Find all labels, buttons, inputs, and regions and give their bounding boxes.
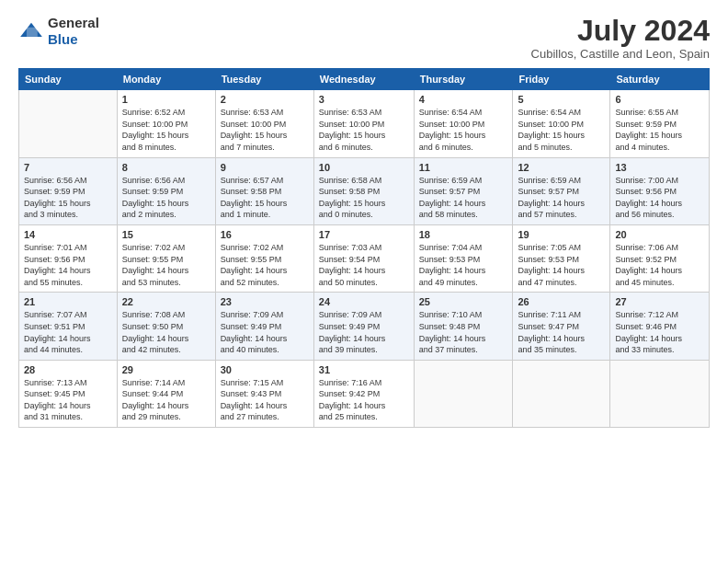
table-row: 28Sunrise: 7:13 AM Sunset: 9:45 PM Dayli…	[19, 360, 118, 427]
day-number: 15	[122, 229, 210, 240]
table-row: 22Sunrise: 7:08 AM Sunset: 9:50 PM Dayli…	[117, 293, 215, 360]
day-info: Sunrise: 7:08 AM Sunset: 9:50 PM Dayligh…	[122, 309, 210, 355]
day-number: 9	[221, 162, 309, 173]
table-row: 24Sunrise: 7:09 AM Sunset: 9:49 PM Dayli…	[313, 293, 414, 360]
day-info: Sunrise: 7:15 AM Sunset: 9:43 PM Dayligh…	[221, 377, 309, 423]
day-number: 3	[319, 94, 409, 105]
day-info: Sunrise: 7:02 AM Sunset: 9:55 PM Dayligh…	[122, 242, 210, 288]
day-number: 21	[24, 296, 112, 307]
table-row: 1Sunrise: 6:52 AM Sunset: 10:00 PM Dayli…	[117, 90, 215, 157]
table-row: 17Sunrise: 7:03 AM Sunset: 9:54 PM Dayli…	[313, 224, 414, 292]
table-row: 23Sunrise: 7:09 AM Sunset: 9:49 PM Dayli…	[215, 293, 313, 360]
day-info: Sunrise: 7:13 AM Sunset: 9:45 PM Dayligh…	[24, 377, 112, 423]
table-row: 12Sunrise: 6:59 AM Sunset: 9:57 PM Dayli…	[513, 157, 610, 224]
col-saturday: Saturday	[610, 69, 710, 90]
table-row: 25Sunrise: 7:10 AM Sunset: 9:48 PM Dayli…	[414, 293, 513, 360]
day-info: Sunrise: 6:56 AM Sunset: 9:59 PM Dayligh…	[24, 175, 112, 221]
day-info: Sunrise: 7:04 AM Sunset: 9:53 PM Dayligh…	[419, 242, 508, 288]
day-number: 8	[122, 162, 210, 173]
day-info: Sunrise: 7:14 AM Sunset: 9:44 PM Dayligh…	[122, 377, 210, 423]
table-row: 26Sunrise: 7:11 AM Sunset: 9:47 PM Dayli…	[513, 293, 610, 360]
day-number: 13	[615, 162, 704, 173]
day-number: 29	[122, 364, 210, 375]
day-number: 30	[221, 364, 309, 375]
day-info: Sunrise: 6:53 AM Sunset: 10:00 PM Daylig…	[319, 107, 409, 153]
calendar-week-row: 1Sunrise: 6:52 AM Sunset: 10:00 PM Dayli…	[19, 90, 710, 157]
day-number: 14	[24, 229, 112, 240]
day-info: Sunrise: 6:59 AM Sunset: 9:57 PM Dayligh…	[419, 175, 508, 221]
logo-blue: Blue	[48, 31, 78, 47]
month-title: July 2024	[531, 15, 710, 47]
table-row: 13Sunrise: 7:00 AM Sunset: 9:56 PM Dayli…	[610, 157, 710, 224]
day-number: 28	[24, 364, 112, 375]
day-info: Sunrise: 6:52 AM Sunset: 10:00 PM Daylig…	[122, 107, 210, 153]
day-info: Sunrise: 7:09 AM Sunset: 9:49 PM Dayligh…	[319, 309, 409, 355]
table-row: 9Sunrise: 6:57 AM Sunset: 9:58 PM Daylig…	[215, 157, 313, 224]
day-info: Sunrise: 7:09 AM Sunset: 9:49 PM Dayligh…	[221, 309, 309, 355]
day-number: 1	[122, 94, 210, 105]
day-number: 19	[518, 229, 605, 240]
day-info: Sunrise: 7:06 AM Sunset: 9:52 PM Dayligh…	[615, 242, 704, 288]
calendar-week-row: 28Sunrise: 7:13 AM Sunset: 9:45 PM Dayli…	[19, 360, 710, 427]
table-row	[513, 360, 610, 427]
day-number: 6	[615, 94, 704, 105]
title-block: July 2024 Cubillos, Castille and Leon, S…	[531, 15, 710, 61]
day-number: 20	[615, 229, 704, 240]
day-info: Sunrise: 7:11 AM Sunset: 9:47 PM Dayligh…	[518, 309, 605, 355]
day-info: Sunrise: 7:01 AM Sunset: 9:56 PM Dayligh…	[24, 242, 112, 288]
table-row: 30Sunrise: 7:15 AM Sunset: 9:43 PM Dayli…	[215, 360, 313, 427]
col-sunday: Sunday	[19, 69, 118, 90]
day-number: 12	[518, 162, 605, 173]
day-info: Sunrise: 7:02 AM Sunset: 9:55 PM Dayligh…	[221, 242, 309, 288]
day-number: 10	[319, 162, 409, 173]
table-row: 8Sunrise: 6:56 AM Sunset: 9:59 PM Daylig…	[117, 157, 215, 224]
calendar-header-row: Sunday Monday Tuesday Wednesday Thursday…	[19, 69, 710, 90]
logo-general: General	[48, 15, 99, 30]
table-row: 20Sunrise: 7:06 AM Sunset: 9:52 PM Dayli…	[610, 224, 710, 292]
table-row	[414, 360, 513, 427]
day-number: 16	[221, 229, 309, 240]
day-number: 25	[419, 296, 508, 307]
day-info: Sunrise: 6:58 AM Sunset: 9:58 PM Dayligh…	[319, 175, 409, 221]
table-row: 3Sunrise: 6:53 AM Sunset: 10:00 PM Dayli…	[313, 90, 414, 157]
table-row: 16Sunrise: 7:02 AM Sunset: 9:55 PM Dayli…	[215, 224, 313, 292]
day-number: 4	[419, 94, 508, 105]
calendar-week-row: 21Sunrise: 7:07 AM Sunset: 9:51 PM Dayli…	[19, 293, 710, 360]
day-number: 24	[319, 296, 409, 307]
logo-icon	[18, 21, 44, 41]
day-info: Sunrise: 6:53 AM Sunset: 10:00 PM Daylig…	[221, 107, 309, 153]
day-info: Sunrise: 6:56 AM Sunset: 9:59 PM Dayligh…	[122, 175, 210, 221]
day-info: Sunrise: 7:12 AM Sunset: 9:46 PM Dayligh…	[615, 309, 704, 355]
location: Cubillos, Castille and Leon, Spain	[531, 47, 710, 61]
col-wednesday: Wednesday	[313, 69, 414, 90]
table-row: 29Sunrise: 7:14 AM Sunset: 9:44 PM Dayli…	[117, 360, 215, 427]
col-thursday: Thursday	[414, 69, 513, 90]
day-number: 2	[221, 94, 309, 105]
col-tuesday: Tuesday	[215, 69, 313, 90]
day-number: 7	[24, 162, 112, 173]
day-info: Sunrise: 7:03 AM Sunset: 9:54 PM Dayligh…	[319, 242, 409, 288]
calendar-week-row: 14Sunrise: 7:01 AM Sunset: 9:56 PM Dayli…	[19, 224, 710, 292]
table-row: 18Sunrise: 7:04 AM Sunset: 9:53 PM Dayli…	[414, 224, 513, 292]
table-row	[610, 360, 710, 427]
table-row: 21Sunrise: 7:07 AM Sunset: 9:51 PM Dayli…	[19, 293, 118, 360]
day-number: 5	[518, 94, 605, 105]
table-row: 19Sunrise: 7:05 AM Sunset: 9:53 PM Dayli…	[513, 224, 610, 292]
day-number: 26	[518, 296, 605, 307]
header: General Blue July 2024 Cubillos, Castill…	[18, 15, 710, 61]
day-number: 17	[319, 229, 409, 240]
table-row: 2Sunrise: 6:53 AM Sunset: 10:00 PM Dayli…	[215, 90, 313, 157]
table-row: 31Sunrise: 7:16 AM Sunset: 9:42 PM Dayli…	[313, 360, 414, 427]
table-row: 4Sunrise: 6:54 AM Sunset: 10:00 PM Dayli…	[414, 90, 513, 157]
col-friday: Friday	[513, 69, 610, 90]
day-number: 11	[419, 162, 508, 173]
day-number: 18	[419, 229, 508, 240]
day-number: 27	[615, 296, 704, 307]
day-info: Sunrise: 7:10 AM Sunset: 9:48 PM Dayligh…	[419, 309, 508, 355]
day-info: Sunrise: 6:59 AM Sunset: 9:57 PM Dayligh…	[518, 175, 605, 221]
page: General Blue July 2024 Cubillos, Castill…	[0, 0, 728, 563]
day-info: Sunrise: 7:16 AM Sunset: 9:42 PM Dayligh…	[319, 377, 409, 423]
day-info: Sunrise: 7:05 AM Sunset: 9:53 PM Dayligh…	[518, 242, 605, 288]
table-row: 5Sunrise: 6:54 AM Sunset: 10:00 PM Dayli…	[513, 90, 610, 157]
logo: General Blue	[18, 15, 99, 48]
